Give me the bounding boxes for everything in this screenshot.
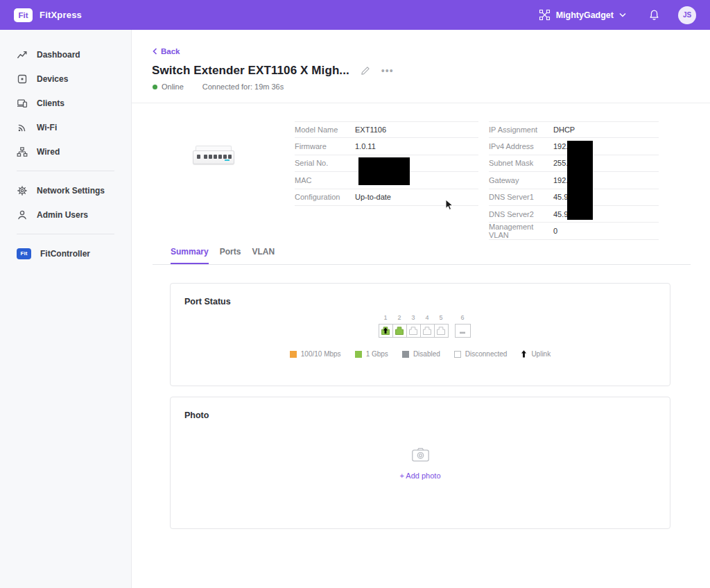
port-icon [379,324,393,338]
card-title: Port Status [171,284,670,306]
legend-item: 100/10 Mbps [290,350,341,358]
info-label: Gateway [489,176,553,184]
legend-swatch [355,351,362,358]
table-row: Firmware 1.0.11 [295,138,478,155]
port-number: 5 [439,314,442,321]
info-value: 1.0.11 [355,142,376,150]
sidebar-label: Network Settings [37,186,105,196]
header-divider [132,103,710,103]
camera-icon [411,447,430,462]
back-button[interactable]: Back [153,47,180,55]
online-status-label: Online [162,83,184,91]
port-1: 1 [379,314,393,338]
dashboard-icon [17,49,28,60]
info-value: 0 [553,227,557,235]
main-content: Back Switch Extender EXT1106 X Migh... •… [132,30,710,588]
table-row: Configuration Up-to-date [295,189,478,206]
sidebar-label: Dashboard [37,50,80,60]
info-label: Serial No. [295,159,355,167]
port-status-card: Port Status 1 2 3 4 [170,283,670,386]
info-label: MAC [295,176,355,184]
table-row: Management VLAN 0 [489,223,659,239]
sidebar-item-dashboard[interactable]: Dashboard [0,42,131,67]
sidebar-divider [17,234,114,234]
sidebar-item-devices[interactable]: Devices [0,67,131,91]
sidebar-item-wired[interactable]: Wired [0,139,131,164]
card-title: Photo [171,397,670,420]
port-number: 3 [411,314,415,321]
port-icon [455,324,471,338]
sidebar-item-network-settings[interactable]: Network Settings [0,178,131,202]
port-3: 3 [406,314,421,338]
back-label: Back [161,47,180,55]
page-title: Switch Extender EXT1106 X Migh... [152,64,349,78]
sidebar-item-clients[interactable]: Clients [0,91,131,115]
port-number: 4 [425,314,428,321]
online-status-dot [153,85,157,89]
tab-vlan[interactable]: VLAN [252,247,275,264]
redaction-box [358,157,410,185]
info-label: IPv4 Address [489,142,553,150]
port-icon [392,324,407,338]
port-2: 2 [392,314,407,338]
info-label: Management VLAN [489,223,553,239]
info-label: DNS Server2 [489,210,553,218]
sidebar-label: Devices [37,74,68,84]
site-switcher[interactable]: MightyGadget [539,9,626,21]
tab-bar: Summary Ports VLAN [153,247,691,265]
legend-swatch [454,351,461,358]
info-value: Up-to-date [355,193,391,201]
fitcontroller-logo-icon: Fit [17,248,31,259]
legend-item: Uplink [521,350,551,358]
info-value: EXT1106 [355,126,386,134]
tab-summary[interactable]: Summary [171,247,209,264]
info-value: DHCP [553,126,575,134]
sidebar-item-fitcontroller[interactable]: Fit FitController [0,241,131,266]
add-photo-button[interactable]: + Add photo [399,472,440,480]
sidebar: Dashboard Devices Clients Wi-Fi [0,30,132,588]
table-row: Model Name EXT1106 [295,121,478,138]
more-options-button[interactable]: ••• [381,68,394,74]
info-label: Subnet Mask [489,159,553,167]
legend-label: 1 Gbps [366,350,388,358]
uplink-arrow-icon [521,350,527,358]
info-label: DNS Server1 [489,193,553,201]
port-number: 1 [383,314,387,321]
notifications-button[interactable] [648,9,660,21]
site-name: MightyGadget [556,10,614,20]
edit-title-button[interactable] [361,66,370,76]
device-thumbnail [193,141,237,171]
connected-duration: Connected for: 19m 36s [202,83,284,91]
sidebar-item-admin-users[interactable]: Admin Users [0,202,131,227]
port-icon [406,324,421,338]
info-label: IP Assignment [489,126,553,134]
info-label: Model Name [295,126,355,134]
fitxpress-logo-icon: Fit [14,8,33,22]
port-diagram: 1 2 3 4 [179,314,670,338]
info-label: Configuration [295,193,355,201]
sidebar-item-wifi[interactable]: Wi-Fi [0,115,131,139]
legend-label: 100/10 Mbps [301,350,341,358]
person-icon [17,209,28,220]
avatar[interactable]: JS [678,6,696,24]
port-6: 6 [455,314,471,338]
photo-card: Photo + Add photo [170,397,670,529]
legend-item: Disconnected [454,350,508,358]
top-bar: Fit FitXpress MightyGadget JS [0,0,710,30]
sidebar-label: Wi-Fi [37,123,57,132]
port-number: 6 [460,314,464,321]
gear-icon [17,185,28,196]
pencil-icon [361,66,370,76]
chevron-left-icon [153,48,157,55]
legend-swatch [290,351,297,358]
topology-icon [539,9,551,21]
wired-icon [17,146,28,157]
table-row: IP Assignment DHCP [489,121,659,138]
port-icon [420,324,435,338]
tab-ports[interactable]: Ports [220,247,241,264]
wifi-icon [17,122,28,133]
clients-icon [17,98,28,109]
legend-label: Disabled [413,350,440,358]
devices-icon [17,74,28,85]
bell-icon [648,9,660,21]
